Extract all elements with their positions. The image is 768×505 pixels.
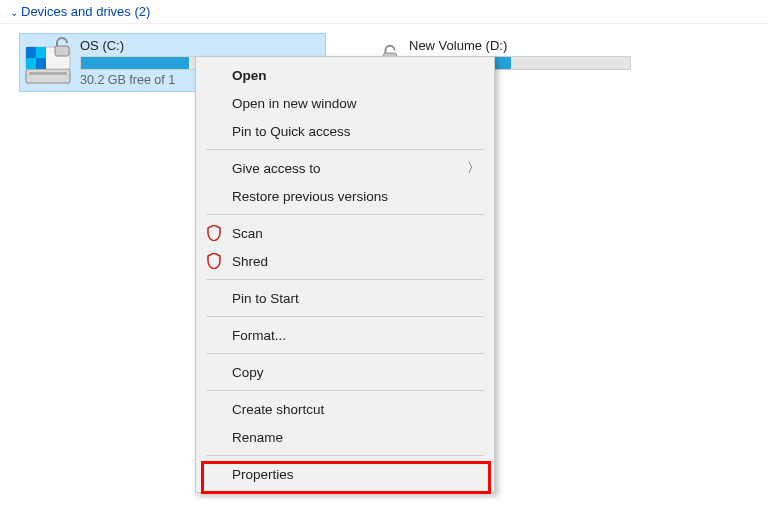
ctx-scan[interactable]: Scan [196, 219, 494, 247]
ctx-copy[interactable]: Copy [196, 358, 494, 386]
section-title: Devices and drives (2) [21, 4, 150, 19]
separator [206, 149, 484, 150]
separator [206, 390, 484, 391]
ctx-properties[interactable]: Properties [196, 460, 494, 488]
svg-rect-8 [55, 46, 69, 56]
context-menu: Open Open in new window Pin to Quick acc… [195, 56, 495, 493]
ctx-pin-quick-access[interactable]: Pin to Quick access [196, 117, 494, 145]
ctx-format[interactable]: Format... [196, 321, 494, 349]
ctx-pin-to-start[interactable]: Pin to Start [196, 284, 494, 312]
mcafee-shield-icon [206, 225, 222, 241]
chevron-right-icon: 〉 [467, 159, 480, 177]
drive-icon [24, 39, 72, 87]
lock-open-icon [50, 35, 74, 59]
ctx-restore-previous-versions[interactable]: Restore previous versions [196, 182, 494, 210]
separator [206, 316, 484, 317]
ctx-create-shortcut[interactable]: Create shortcut [196, 395, 494, 423]
separator [206, 214, 484, 215]
drive-label: New Volume (D:) [409, 38, 631, 53]
ctx-open[interactable]: Open [196, 61, 494, 89]
svg-rect-6 [26, 58, 36, 69]
ctx-rename[interactable]: Rename [196, 423, 494, 451]
ctx-shred[interactable]: Shred [196, 247, 494, 275]
drive-label: OS (C:) [80, 38, 321, 53]
ctx-open-new-window[interactable]: Open in new window [196, 89, 494, 117]
separator [206, 455, 484, 456]
mcafee-shield-icon [206, 253, 222, 269]
svg-rect-7 [36, 58, 46, 69]
svg-rect-1 [29, 72, 67, 75]
ctx-give-access-to[interactable]: Give access to 〉 [196, 154, 494, 182]
section-header[interactable]: ⌄ Devices and drives (2) [0, 0, 768, 24]
svg-rect-0 [26, 69, 70, 83]
separator [206, 279, 484, 280]
svg-rect-4 [26, 47, 36, 58]
chevron-down-icon: ⌄ [10, 7, 18, 18]
separator [206, 353, 484, 354]
svg-rect-5 [36, 47, 46, 58]
